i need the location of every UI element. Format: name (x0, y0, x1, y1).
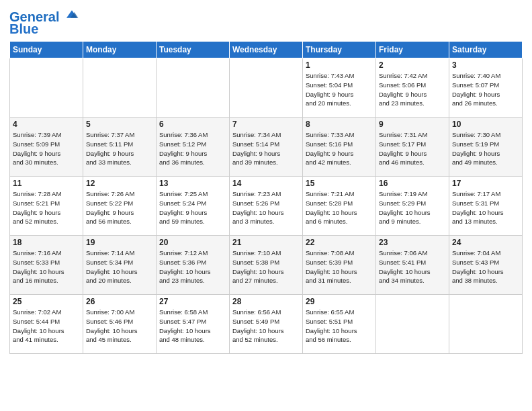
day-info: Sunrise: 7:08 AMSunset: 5:39 PMDaylight:… (306, 248, 373, 285)
weekday-header-friday: Friday (376, 42, 449, 58)
day-info: Sunrise: 7:25 AMSunset: 5:24 PMDaylight:… (159, 189, 226, 226)
day-info: Sunrise: 7:21 AMSunset: 5:28 PMDaylight:… (306, 189, 373, 226)
day-number: 19 (86, 238, 153, 247)
calendar-cell: 25Sunrise: 7:02 AMSunset: 5:44 PMDayligh… (10, 295, 83, 354)
day-info: Sunrise: 7:42 AMSunset: 5:06 PMDaylight:… (379, 71, 446, 108)
calendar-cell: 17Sunrise: 7:17 AMSunset: 5:31 PMDayligh… (449, 177, 523, 236)
calendar-cell: 22Sunrise: 7:08 AMSunset: 5:39 PMDayligh… (303, 236, 376, 295)
calendar-cell: 15Sunrise: 7:21 AMSunset: 5:28 PMDayligh… (303, 177, 376, 236)
calendar-cell: 28Sunrise: 6:56 AMSunset: 5:49 PMDayligh… (230, 295, 303, 354)
day-number: 16 (379, 179, 446, 188)
calendar-cell (376, 295, 449, 354)
calendar-cell: 27Sunrise: 6:58 AMSunset: 5:47 PMDayligh… (157, 295, 230, 354)
calendar-cell: 8Sunrise: 7:33 AMSunset: 5:16 PMDaylight… (303, 118, 376, 177)
day-info: Sunrise: 7:12 AMSunset: 5:36 PMDaylight:… (159, 248, 226, 285)
day-info: Sunrise: 7:36 AMSunset: 5:12 PMDaylight:… (159, 130, 226, 167)
day-number: 9 (379, 120, 446, 129)
calendar-cell: 23Sunrise: 7:06 AMSunset: 5:41 PMDayligh… (376, 236, 449, 295)
calendar-cell: 29Sunrise: 6:55 AMSunset: 5:51 PMDayligh… (303, 295, 376, 354)
day-number: 10 (452, 120, 519, 129)
day-number: 28 (232, 297, 300, 306)
calendar-cell: 11Sunrise: 7:28 AMSunset: 5:21 PMDayligh… (10, 177, 83, 236)
calendar-cell: 10Sunrise: 7:30 AMSunset: 5:19 PMDayligh… (449, 118, 523, 177)
weekday-header-saturday: Saturday (449, 42, 523, 58)
day-info: Sunrise: 7:10 AMSunset: 5:38 PMDaylight:… (232, 248, 300, 285)
day-info: Sunrise: 7:33 AMSunset: 5:16 PMDaylight:… (306, 130, 373, 167)
calendar-cell: 3Sunrise: 7:40 AMSunset: 5:07 PMDaylight… (449, 58, 523, 118)
day-info: Sunrise: 6:55 AMSunset: 5:51 PMDaylight:… (306, 308, 373, 345)
weekday-header-tuesday: Tuesday (157, 42, 230, 58)
day-info: Sunrise: 7:34 AMSunset: 5:14 PMDaylight:… (232, 130, 300, 167)
day-info: Sunrise: 7:00 AMSunset: 5:46 PMDaylight:… (86, 308, 153, 345)
day-number: 22 (306, 238, 373, 247)
calendar-cell: 13Sunrise: 7:25 AMSunset: 5:24 PMDayligh… (157, 177, 230, 236)
day-info: Sunrise: 7:37 AMSunset: 5:11 PMDaylight:… (86, 130, 153, 167)
day-number: 17 (452, 179, 519, 188)
page-container: General Blue SundayMondayTuesdayWednesda… (0, 0, 532, 358)
calendar-cell: 7Sunrise: 7:34 AMSunset: 5:14 PMDaylight… (230, 118, 303, 177)
weekday-header-thursday: Thursday (303, 42, 376, 58)
day-number: 11 (13, 179, 80, 188)
logo: General Blue (9, 7, 79, 37)
calendar-cell: 26Sunrise: 7:00 AMSunset: 5:46 PMDayligh… (83, 295, 157, 354)
calendar-cell: 12Sunrise: 7:26 AMSunset: 5:22 PMDayligh… (83, 177, 157, 236)
day-info: Sunrise: 7:30 AMSunset: 5:19 PMDaylight:… (452, 130, 519, 167)
calendar-cell: 2Sunrise: 7:42 AMSunset: 5:06 PMDaylight… (376, 58, 449, 118)
calendar-week-2: 4Sunrise: 7:39 AMSunset: 5:09 PMDaylight… (10, 118, 523, 177)
day-number: 4 (13, 120, 80, 129)
logo-icon (64, 7, 79, 21)
day-info: Sunrise: 7:28 AMSunset: 5:21 PMDaylight:… (13, 189, 80, 226)
calendar-table: SundayMondayTuesdayWednesdayThursdayFrid… (9, 41, 523, 354)
weekday-header-monday: Monday (83, 42, 157, 58)
calendar-cell (157, 58, 230, 118)
day-number: 15 (306, 179, 373, 188)
calendar-cell: 18Sunrise: 7:16 AMSunset: 5:33 PMDayligh… (10, 236, 83, 295)
day-number: 18 (13, 238, 80, 247)
day-info: Sunrise: 7:31 AMSunset: 5:17 PMDaylight:… (379, 130, 446, 167)
weekday-header-sunday: Sunday (10, 42, 83, 58)
calendar-cell: 9Sunrise: 7:31 AMSunset: 5:17 PMDaylight… (376, 118, 449, 177)
page-header: General Blue (9, 7, 523, 37)
day-number: 6 (159, 120, 226, 129)
day-number: 1 (306, 60, 373, 70)
day-number: 8 (306, 120, 373, 129)
calendar-week-3: 11Sunrise: 7:28 AMSunset: 5:21 PMDayligh… (10, 177, 523, 236)
calendar-cell: 4Sunrise: 7:39 AMSunset: 5:09 PMDaylight… (10, 118, 83, 177)
day-info: Sunrise: 6:58 AMSunset: 5:47 PMDaylight:… (159, 308, 226, 345)
day-number: 14 (232, 179, 300, 188)
calendar-week-1: 1Sunrise: 7:43 AMSunset: 5:04 PMDaylight… (10, 58, 523, 118)
weekday-header-row: SundayMondayTuesdayWednesdayThursdayFrid… (10, 42, 523, 58)
day-number: 23 (379, 238, 446, 247)
day-number: 13 (159, 179, 226, 188)
calendar-cell: 19Sunrise: 7:14 AMSunset: 5:34 PMDayligh… (83, 236, 157, 295)
day-info: Sunrise: 6:56 AMSunset: 5:49 PMDaylight:… (232, 308, 300, 345)
day-info: Sunrise: 7:26 AMSunset: 5:22 PMDaylight:… (86, 189, 153, 226)
day-number: 3 (452, 60, 519, 70)
day-number: 25 (13, 297, 80, 306)
day-number: 27 (159, 297, 226, 306)
day-info: Sunrise: 7:19 AMSunset: 5:29 PMDaylight:… (379, 189, 446, 226)
calendar-cell: 16Sunrise: 7:19 AMSunset: 5:29 PMDayligh… (376, 177, 449, 236)
calendar-cell: 20Sunrise: 7:12 AMSunset: 5:36 PMDayligh… (157, 236, 230, 295)
calendar-cell (449, 295, 523, 354)
day-number: 21 (232, 238, 300, 247)
day-info: Sunrise: 7:23 AMSunset: 5:26 PMDaylight:… (232, 189, 300, 226)
day-number: 12 (86, 179, 153, 188)
day-number: 2 (379, 60, 446, 70)
day-info: Sunrise: 7:16 AMSunset: 5:33 PMDaylight:… (13, 248, 80, 285)
day-info: Sunrise: 7:06 AMSunset: 5:41 PMDaylight:… (379, 248, 446, 285)
day-info: Sunrise: 7:02 AMSunset: 5:44 PMDaylight:… (13, 308, 80, 345)
day-number: 24 (452, 238, 519, 247)
calendar-cell: 14Sunrise: 7:23 AMSunset: 5:26 PMDayligh… (230, 177, 303, 236)
calendar-cell (230, 58, 303, 118)
calendar-cell: 5Sunrise: 7:37 AMSunset: 5:11 PMDaylight… (83, 118, 157, 177)
calendar-cell (83, 58, 157, 118)
day-info: Sunrise: 7:17 AMSunset: 5:31 PMDaylight:… (452, 189, 519, 226)
day-number: 29 (306, 297, 373, 306)
day-number: 7 (232, 120, 300, 129)
calendar-week-5: 25Sunrise: 7:02 AMSunset: 5:44 PMDayligh… (10, 295, 523, 354)
calendar-cell: 6Sunrise: 7:36 AMSunset: 5:12 PMDaylight… (157, 118, 230, 177)
day-info: Sunrise: 7:04 AMSunset: 5:43 PMDaylight:… (452, 248, 519, 285)
day-info: Sunrise: 7:14 AMSunset: 5:34 PMDaylight:… (86, 248, 153, 285)
day-info: Sunrise: 7:43 AMSunset: 5:04 PMDaylight:… (306, 71, 373, 108)
